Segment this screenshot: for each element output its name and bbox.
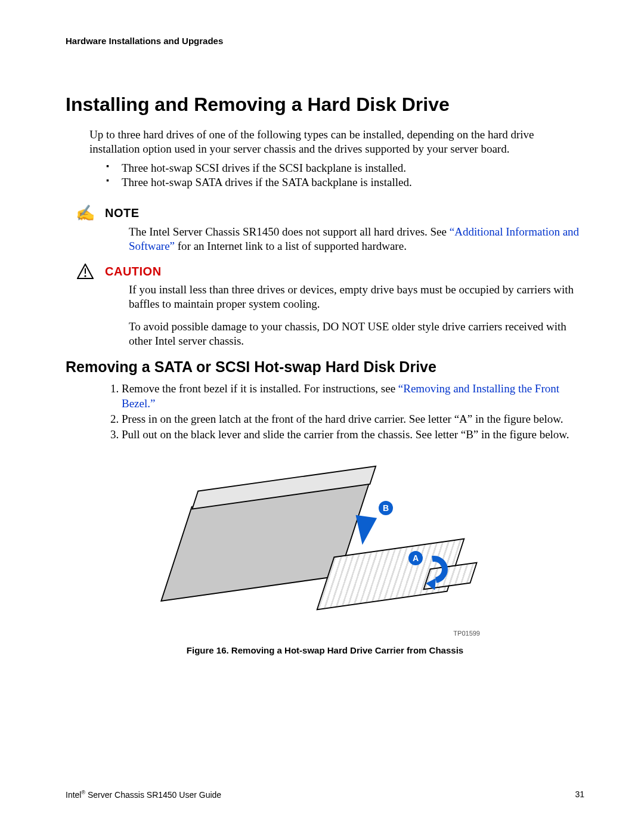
note-text-pre: The Intel Server Chassis SR1450 does not… (129, 225, 450, 238)
figure-illustration: B A TP01599 (170, 458, 480, 637)
list-item: Three hot-swap SATA drives if the SATA b… (106, 175, 584, 190)
note-text-post: for an Internet link to a list of suppor… (175, 240, 407, 252)
page-number: 31 (575, 789, 584, 800)
arrow-b-icon (352, 515, 377, 546)
footer-guide-title: Intel® Server Chassis SR1450 User Guide (66, 789, 221, 800)
running-header: Hardware Installations and Upgrades (66, 36, 584, 46)
note-label: NOTE (105, 206, 140, 220)
note-icon: ✍ (76, 206, 94, 221)
intro-paragraph: Up to three hard drives of one of the fo… (89, 128, 584, 156)
drive-type-list: Three hot-swap SCSI drives if the SCSI b… (106, 161, 584, 190)
note-body: The Intel Server Chassis SR1450 does not… (129, 225, 584, 253)
callout-label-b: B (379, 501, 393, 515)
step-1-text: Remove the front bezel if it is installe… (122, 382, 398, 395)
caution-label: CAUTION (105, 265, 162, 278)
caution-callout: CAUTION If you install less than three d… (76, 264, 584, 348)
page-title: Installing and Removing a Hard Disk Driv… (66, 94, 584, 116)
list-item: Three hot-swap SCSI drives if the SCSI b… (106, 161, 584, 176)
svg-point-2 (84, 275, 86, 277)
caution-body-1: If you install less than three drives or… (129, 283, 584, 311)
step-2: Press in on the green latch at the front… (122, 412, 584, 426)
callout-label-a: A (408, 551, 423, 565)
removal-steps: Remove the front bezel if it is installe… (106, 382, 584, 442)
step-1: Remove the front bezel if it is installe… (122, 382, 584, 411)
page-footer: Intel® Server Chassis SR1450 User Guide … (66, 789, 584, 800)
note-callout: ✍ NOTE The Intel Server Chassis SR1450 d… (76, 206, 584, 253)
caution-body-2: To avoid possible damage to your chassis… (129, 320, 584, 348)
footer-brand: Intel (66, 790, 81, 800)
figure-16: B A TP01599 Figure 16. Removing a Hot-sw… (66, 458, 584, 655)
footer-title-rest: Server Chassis SR1450 User Guide (85, 790, 221, 800)
caution-icon (76, 264, 94, 279)
figure-tp-id: TP01599 (453, 630, 480, 637)
step-3: Pull out on the black lever and slide th… (122, 428, 584, 442)
figure-caption: Figure 16. Removing a Hot-swap Hard Driv… (187, 645, 463, 655)
section-heading: Removing a SATA or SCSI Hot-swap Hard Di… (66, 358, 584, 376)
